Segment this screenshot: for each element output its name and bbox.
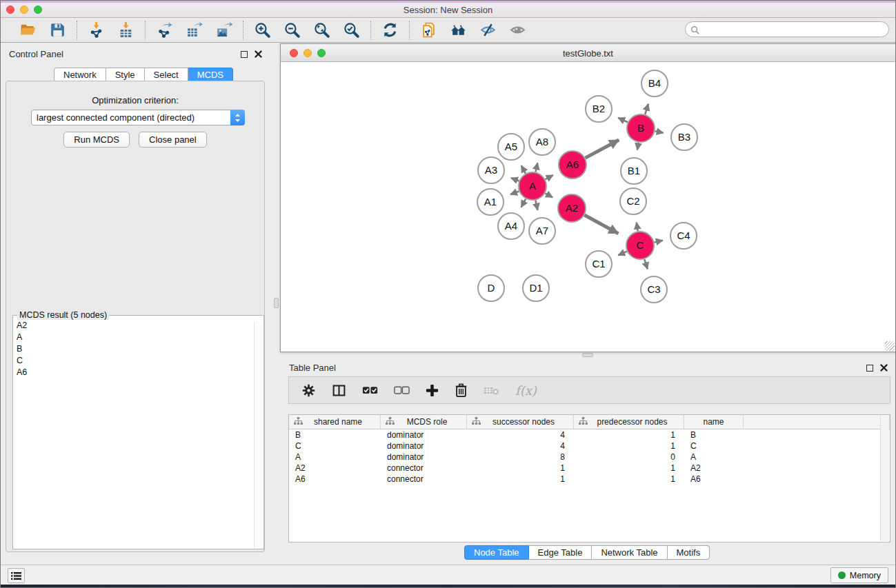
- column-header-predecessor-nodes[interactable]: predecessor nodes: [574, 415, 684, 429]
- tab-select[interactable]: Select: [145, 68, 188, 82]
- column-header-mcds-role[interactable]: MCDS role: [381, 415, 467, 429]
- node-B4[interactable]: B4: [641, 70, 668, 97]
- deselect-all-columns-icon[interactable]: [394, 385, 410, 396]
- table-scrollbar[interactable]: [880, 415, 889, 541]
- table-settings-gear-icon[interactable]: [301, 383, 316, 398]
- window-resize-grip[interactable]: [885, 341, 895, 351]
- table-row[interactable]: A2connector11A2: [289, 463, 890, 474]
- tab-style[interactable]: Style: [106, 68, 145, 82]
- edge-B-B2[interactable]: [618, 118, 628, 122]
- table-cell[interactable]: 1: [467, 474, 574, 485]
- table-cell[interactable]: C: [684, 440, 744, 452]
- home-network-icon[interactable]: [449, 21, 468, 39]
- criterion-dropdown[interactable]: largest connected component (directed): [31, 110, 245, 125]
- node-D1[interactable]: D1: [523, 275, 549, 301]
- table-cell[interactable]: 1: [574, 463, 684, 474]
- table-cell[interactable]: connector: [381, 474, 467, 485]
- node-C1[interactable]: C1: [586, 251, 612, 277]
- network-canvas[interactable]: AA1A2A3A4A5A6A7A8BB1B2B3B4CC1C2C3C4DD1: [281, 62, 895, 352]
- table-row[interactable]: Bdominator41B: [289, 429, 890, 440]
- edge-A-A2[interactable]: [545, 193, 552, 197]
- edge-A-A1[interactable]: [510, 191, 519, 194]
- add-column-icon[interactable]: [426, 384, 439, 397]
- refresh-icon[interactable]: [381, 21, 399, 39]
- node-B1[interactable]: B1: [621, 158, 647, 184]
- node-A3[interactable]: A3: [478, 157, 504, 183]
- memory-button[interactable]: Memory: [830, 567, 888, 583]
- save-session-icon[interactable]: [48, 21, 67, 39]
- node-C[interactable]: C: [626, 232, 654, 259]
- zoom-fit-icon[interactable]: [312, 21, 331, 39]
- table-cell[interactable]: B: [289, 429, 381, 440]
- show-columns-icon[interactable]: [332, 383, 346, 398]
- node-B[interactable]: B: [627, 114, 655, 142]
- edge-B-B1[interactable]: [637, 143, 639, 150]
- horizontal-split-handle[interactable]: [582, 353, 593, 357]
- export-image-icon[interactable]: [215, 21, 233, 39]
- import-network-icon[interactable]: [87, 21, 106, 39]
- node-C4[interactable]: C4: [670, 223, 697, 249]
- import-table-icon[interactable]: [117, 21, 135, 39]
- table-cell[interactable]: A6: [289, 474, 381, 485]
- tab-mcds[interactable]: MCDS: [188, 68, 233, 82]
- node-C2[interactable]: C2: [620, 188, 646, 214]
- edge-A-A4[interactable]: [521, 199, 526, 207]
- tab-network-table[interactable]: Network Table: [592, 545, 667, 560]
- table-cell[interactable]: 1: [574, 474, 684, 485]
- hide-selected-icon[interactable]: [479, 21, 497, 39]
- edge-A6-B[interactable]: [586, 140, 619, 158]
- mcds-result-item[interactable]: C: [13, 355, 252, 367]
- task-history-button[interactable]: [8, 568, 25, 583]
- edge-A2-C[interactable]: [584, 215, 618, 234]
- node-A4[interactable]: A4: [498, 213, 524, 239]
- table-cell[interactable]: A: [684, 452, 744, 463]
- table-cell[interactable]: dominator: [381, 429, 467, 440]
- table-cell[interactable]: 1: [574, 440, 684, 452]
- select-all-columns-icon[interactable]: [362, 385, 378, 396]
- close-table-panel-icon[interactable]: [880, 364, 888, 372]
- edge-C-C4[interactable]: [654, 241, 662, 243]
- table-row[interactable]: A6connector11A6: [289, 474, 890, 485]
- table-cell[interactable]: A: [289, 452, 381, 463]
- node-A6[interactable]: A6: [559, 151, 586, 179]
- zoom-selected-icon[interactable]: [342, 21, 361, 39]
- open-file-icon[interactable]: [19, 21, 37, 39]
- node-A2[interactable]: A2: [558, 194, 586, 222]
- mcds-result-item[interactable]: A2: [13, 320, 252, 332]
- column-header-shared-name[interactable]: shared name: [289, 415, 381, 429]
- search-input[interactable]: [685, 21, 889, 37]
- vertical-split-handle[interactable]: [274, 298, 279, 308]
- table-cell[interactable]: dominator: [381, 452, 467, 463]
- tab-edge-table[interactable]: Edge Table: [529, 545, 593, 560]
- close-panel-icon[interactable]: [255, 50, 262, 58]
- table-cell[interactable]: 1: [467, 463, 574, 474]
- table-cell[interactable]: B: [684, 429, 744, 440]
- mcds-result-item[interactable]: A: [13, 332, 252, 343]
- zoom-out-icon[interactable]: [283, 21, 301, 39]
- node-C3[interactable]: C3: [641, 276, 667, 303]
- table-cell[interactable]: A2: [289, 463, 381, 474]
- edge-B-B3[interactable]: [655, 131, 664, 132]
- node-B2[interactable]: B2: [586, 96, 612, 122]
- edge-C-C3[interactable]: [644, 259, 647, 269]
- node-A1[interactable]: A1: [477, 189, 504, 215]
- edge-B-B4[interactable]: [645, 104, 648, 114]
- table-cell[interactable]: dominator: [381, 440, 467, 452]
- network-document-icon[interactable]: [419, 21, 438, 39]
- table-row[interactable]: Adominator80A: [289, 452, 890, 463]
- float-table-panel-icon[interactable]: [866, 365, 873, 372]
- table-cell[interactable]: 4: [467, 440, 574, 452]
- close-panel-button[interactable]: Close panel: [139, 132, 207, 148]
- table-cell[interactable]: A2: [684, 463, 744, 474]
- mcds-result-scrollbar[interactable]: [254, 321, 263, 548]
- table-cell[interactable]: A6: [684, 474, 744, 485]
- mcds-result-item[interactable]: A6: [13, 367, 252, 378]
- node-A5[interactable]: A5: [498, 134, 524, 160]
- table-cell[interactable]: 1: [574, 429, 684, 440]
- edge-A-A6[interactable]: [546, 175, 553, 179]
- node-A7[interactable]: A7: [529, 218, 555, 244]
- tab-motifs[interactable]: Motifs: [668, 545, 710, 560]
- edge-C-C1[interactable]: [618, 252, 627, 256]
- edge-A-A5[interactable]: [521, 165, 526, 173]
- table-cell[interactable]: connector: [381, 463, 467, 474]
